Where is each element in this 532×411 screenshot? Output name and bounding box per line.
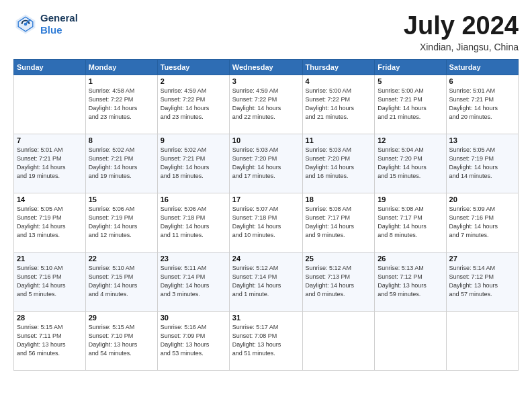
day-info: Sunrise: 5:04 AM Sunset: 7:20 PM Dayligh… xyxy=(378,146,443,181)
calendar-cell: 10Sunrise: 5:03 AM Sunset: 7:20 PM Dayli… xyxy=(229,134,302,193)
day-number: 20 xyxy=(449,195,515,203)
day-info: Sunrise: 5:02 AM Sunset: 7:21 PM Dayligh… xyxy=(161,146,226,181)
day-info: Sunrise: 5:09 AM Sunset: 7:16 PM Dayligh… xyxy=(449,205,515,240)
day-number: 5 xyxy=(378,77,443,85)
calendar-cell: 7Sunrise: 5:01 AM Sunset: 7:21 PM Daylig… xyxy=(14,134,86,193)
day-number: 12 xyxy=(378,136,443,144)
day-number: 7 xyxy=(17,136,83,144)
day-info: Sunrise: 5:15 AM Sunset: 7:10 PM Dayligh… xyxy=(89,323,154,358)
calendar-header-saturday: Saturday xyxy=(446,59,518,75)
calendar-header-thursday: Thursday xyxy=(302,59,375,75)
day-info: Sunrise: 5:11 AM Sunset: 7:14 PM Dayligh… xyxy=(161,264,226,299)
calendar-cell: 9Sunrise: 5:02 AM Sunset: 7:21 PM Daylig… xyxy=(157,134,229,193)
calendar-cell: 4Sunrise: 5:00 AM Sunset: 7:22 PM Daylig… xyxy=(302,75,375,134)
day-number: 17 xyxy=(232,195,300,203)
day-info: Sunrise: 5:10 AM Sunset: 7:16 PM Dayligh… xyxy=(17,264,83,299)
header: General Blue July 2024 Xindian, Jiangsu,… xyxy=(13,12,519,52)
calendar-cell: 12Sunrise: 5:04 AM Sunset: 7:20 PM Dayli… xyxy=(375,134,446,193)
day-info: Sunrise: 5:00 AM Sunset: 7:22 PM Dayligh… xyxy=(306,87,372,122)
day-info: Sunrise: 5:08 AM Sunset: 7:17 PM Dayligh… xyxy=(306,205,372,240)
calendar-cell: 19Sunrise: 5:08 AM Sunset: 7:17 PM Dayli… xyxy=(375,193,446,252)
calendar-cell: 31Sunrise: 5:17 AM Sunset: 7:08 PM Dayli… xyxy=(229,311,302,370)
day-number: 16 xyxy=(161,195,226,203)
day-number: 1 xyxy=(89,77,154,85)
day-info: Sunrise: 5:17 AM Sunset: 7:08 PM Dayligh… xyxy=(232,323,300,358)
day-info: Sunrise: 5:12 AM Sunset: 7:14 PM Dayligh… xyxy=(232,264,300,299)
calendar-cell: 22Sunrise: 5:10 AM Sunset: 7:15 PM Dayli… xyxy=(85,252,157,311)
calendar-cell: 14Sunrise: 5:05 AM Sunset: 7:19 PM Dayli… xyxy=(14,193,86,252)
calendar-cell: 27Sunrise: 5:14 AM Sunset: 7:12 PM Dayli… xyxy=(446,252,518,311)
day-number: 19 xyxy=(378,195,443,203)
calendar-cell: 11Sunrise: 5:03 AM Sunset: 7:20 PM Dayli… xyxy=(302,134,375,193)
day-info: Sunrise: 5:02 AM Sunset: 7:21 PM Dayligh… xyxy=(89,146,154,181)
calendar-cell: 29Sunrise: 5:15 AM Sunset: 7:10 PM Dayli… xyxy=(85,311,157,370)
calendar-cell xyxy=(14,75,86,134)
calendar-cell: 18Sunrise: 5:08 AM Sunset: 7:17 PM Dayli… xyxy=(302,193,375,252)
day-number: 4 xyxy=(306,77,372,85)
calendar-cell: 1Sunrise: 4:58 AM Sunset: 7:22 PM Daylig… xyxy=(85,75,157,134)
calendar-cell: 21Sunrise: 5:10 AM Sunset: 7:16 PM Dayli… xyxy=(14,252,86,311)
day-info: Sunrise: 5:06 AM Sunset: 7:19 PM Dayligh… xyxy=(89,205,154,240)
day-info: Sunrise: 4:59 AM Sunset: 7:22 PM Dayligh… xyxy=(232,87,300,122)
calendar-header-row: SundayMondayTuesdayWednesdayThursdayFrid… xyxy=(14,59,519,75)
calendar-cell: 26Sunrise: 5:13 AM Sunset: 7:12 PM Dayli… xyxy=(375,252,446,311)
day-number: 26 xyxy=(378,255,443,263)
calendar-cell: 6Sunrise: 5:01 AM Sunset: 7:21 PM Daylig… xyxy=(446,75,518,134)
day-number: 24 xyxy=(232,255,300,263)
day-info: Sunrise: 5:05 AM Sunset: 7:19 PM Dayligh… xyxy=(17,205,83,240)
day-number: 3 xyxy=(232,77,300,85)
day-number: 27 xyxy=(449,255,515,263)
calendar-cell: 5Sunrise: 5:00 AM Sunset: 7:21 PM Daylig… xyxy=(375,75,446,134)
day-info: Sunrise: 5:13 AM Sunset: 7:12 PM Dayligh… xyxy=(378,264,443,299)
calendar-week-5: 28Sunrise: 5:15 AM Sunset: 7:11 PM Dayli… xyxy=(14,311,519,370)
calendar-cell: 20Sunrise: 5:09 AM Sunset: 7:16 PM Dayli… xyxy=(446,193,518,252)
day-number: 18 xyxy=(306,195,372,203)
page: General Blue July 2024 Xindian, Jiangsu,… xyxy=(0,0,532,411)
svg-point-2 xyxy=(24,23,28,26)
day-info: Sunrise: 5:15 AM Sunset: 7:11 PM Dayligh… xyxy=(17,323,83,358)
calendar-cell xyxy=(375,311,446,370)
day-info: Sunrise: 5:16 AM Sunset: 7:09 PM Dayligh… xyxy=(161,323,226,358)
day-info: Sunrise: 5:14 AM Sunset: 7:12 PM Dayligh… xyxy=(449,264,515,299)
calendar-cell: 8Sunrise: 5:02 AM Sunset: 7:21 PM Daylig… xyxy=(85,134,157,193)
calendar-cell: 17Sunrise: 5:07 AM Sunset: 7:18 PM Dayli… xyxy=(229,193,302,252)
calendar-cell xyxy=(302,311,375,370)
day-number: 8 xyxy=(89,136,154,144)
calendar-header-friday: Friday xyxy=(375,59,446,75)
day-number: 9 xyxy=(161,136,226,144)
day-number: 23 xyxy=(161,255,226,263)
day-number: 14 xyxy=(17,195,83,203)
day-info: Sunrise: 5:07 AM Sunset: 7:18 PM Dayligh… xyxy=(232,205,300,240)
logo-text: General Blue xyxy=(40,12,78,36)
day-info: Sunrise: 4:58 AM Sunset: 7:22 PM Dayligh… xyxy=(89,87,154,122)
calendar-cell: 30Sunrise: 5:16 AM Sunset: 7:09 PM Dayli… xyxy=(157,311,229,370)
day-number: 31 xyxy=(232,314,300,322)
calendar-cell: 28Sunrise: 5:15 AM Sunset: 7:11 PM Dayli… xyxy=(14,311,86,370)
location: Xindian, Jiangsu, China xyxy=(404,42,519,52)
calendar-week-1: 1Sunrise: 4:58 AM Sunset: 7:22 PM Daylig… xyxy=(14,75,519,134)
calendar-cell: 3Sunrise: 4:59 AM Sunset: 7:22 PM Daylig… xyxy=(229,75,302,134)
day-info: Sunrise: 5:12 AM Sunset: 7:13 PM Dayligh… xyxy=(306,264,372,299)
calendar-header-sunday: Sunday xyxy=(14,59,86,75)
calendar-week-2: 7Sunrise: 5:01 AM Sunset: 7:21 PM Daylig… xyxy=(14,134,519,193)
logo-blue-line: Blue xyxy=(40,24,78,36)
day-info: Sunrise: 5:01 AM Sunset: 7:21 PM Dayligh… xyxy=(17,146,83,181)
day-info: Sunrise: 5:05 AM Sunset: 7:19 PM Dayligh… xyxy=(449,146,515,181)
calendar-cell: 15Sunrise: 5:06 AM Sunset: 7:19 PM Dayli… xyxy=(85,193,157,252)
day-number: 30 xyxy=(161,314,226,322)
calendar-cell: 24Sunrise: 5:12 AM Sunset: 7:14 PM Dayli… xyxy=(229,252,302,311)
day-number: 6 xyxy=(449,77,515,85)
calendar-week-4: 21Sunrise: 5:10 AM Sunset: 7:16 PM Dayli… xyxy=(14,252,519,311)
month-title: July 2024 xyxy=(404,12,519,40)
calendar-week-3: 14Sunrise: 5:05 AM Sunset: 7:19 PM Dayli… xyxy=(14,193,519,252)
day-info: Sunrise: 5:08 AM Sunset: 7:17 PM Dayligh… xyxy=(378,205,443,240)
calendar-cell: 23Sunrise: 5:11 AM Sunset: 7:14 PM Dayli… xyxy=(157,252,229,311)
day-number: 13 xyxy=(449,136,515,144)
title-area: July 2024 Xindian, Jiangsu, China xyxy=(404,12,519,52)
day-info: Sunrise: 5:03 AM Sunset: 7:20 PM Dayligh… xyxy=(232,146,300,181)
calendar-cell xyxy=(446,311,518,370)
calendar-header-monday: Monday xyxy=(85,59,157,75)
day-number: 25 xyxy=(306,255,372,263)
day-info: Sunrise: 5:06 AM Sunset: 7:18 PM Dayligh… xyxy=(161,205,226,240)
day-number: 21 xyxy=(17,255,83,263)
